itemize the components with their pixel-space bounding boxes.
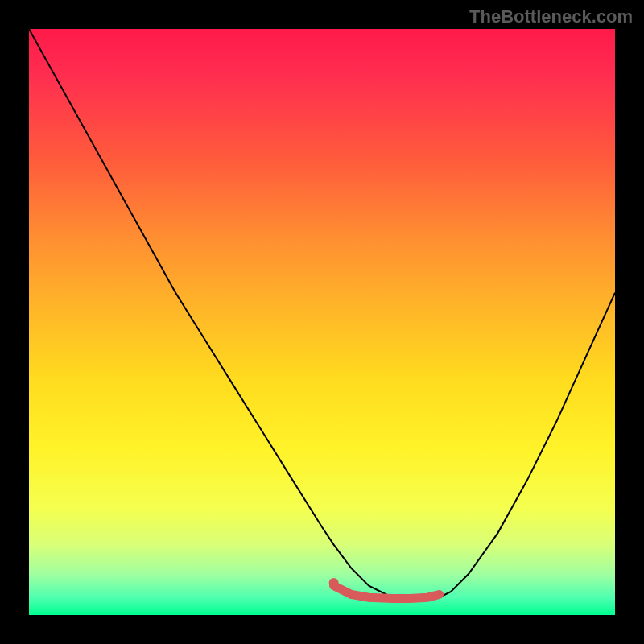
marker-dot xyxy=(329,578,339,588)
highlight-segment xyxy=(334,586,440,599)
watermark-text: TheBottleneck.com xyxy=(469,6,633,27)
plot-svg xyxy=(29,29,615,615)
curve-line xyxy=(29,29,615,601)
chart-container: TheBottleneck.com xyxy=(0,0,644,644)
chart-area xyxy=(29,29,615,615)
